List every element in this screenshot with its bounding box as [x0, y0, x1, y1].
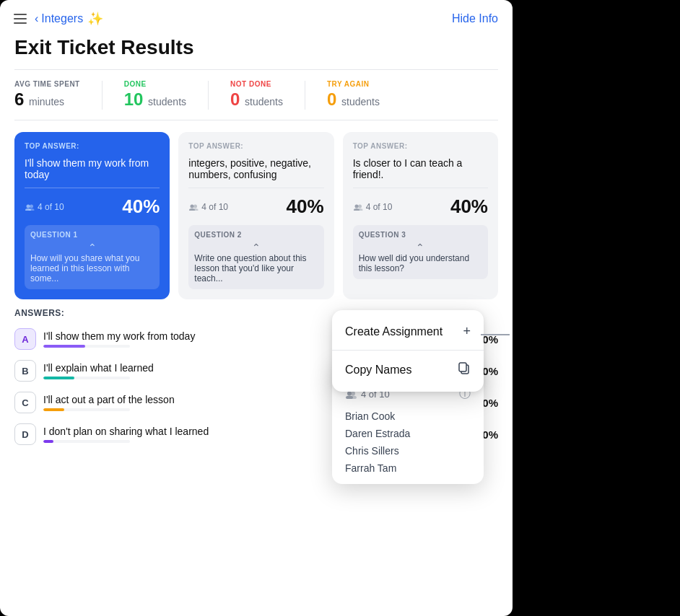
answer-bar-track-a	[43, 345, 130, 348]
question-card-1[interactable]: TOP ANSWER: I'll show them my work from …	[14, 132, 170, 299]
answer-bar-c	[43, 408, 64, 411]
card2-top-label: TOP ANSWER:	[188, 142, 323, 150]
students-icon-2	[188, 203, 199, 211]
try-again-unit: students	[341, 96, 380, 107]
avg-time-value: 6	[14, 89, 24, 109]
back-button[interactable]: ‹ Integers	[35, 12, 83, 25]
students-icon	[25, 203, 35, 211]
cards-row: TOP ANSWER: I'll show them my work from …	[0, 120, 513, 308]
stat-separator-1	[102, 81, 103, 110]
back-label: Integers	[41, 12, 83, 25]
not-done-value: 0	[230, 89, 240, 109]
page-title: Exit Ticket Results	[0, 36, 513, 69]
student-name-3: Chris Sillers	[332, 442, 484, 459]
stat-separator-2	[208, 81, 209, 110]
avg-time-unit: minutes	[29, 96, 64, 107]
answer-letter-a: A	[14, 328, 36, 350]
question-card-2[interactable]: TOP ANSWER: integers, positive, negative…	[178, 132, 334, 299]
dark-panel	[513, 0, 680, 616]
card2-answer-text: integers, positive, negative, numbers, c…	[188, 157, 323, 180]
card3-q-label: QUESTION 3	[359, 231, 482, 239]
svg-point-3	[27, 204, 30, 208]
card2-divider	[188, 188, 323, 188]
card3-footer: 4 of 10 40%	[353, 195, 488, 218]
student-name-1: Brian Cook	[332, 408, 484, 425]
svg-rect-1	[14, 18, 27, 19]
card2-footer: 4 of 10 40%	[188, 195, 323, 218]
card2-students: 4 of 10	[188, 202, 228, 212]
stat-avg-time: AVG TIME SPENT 6 minutes	[14, 80, 80, 110]
answer-bar-track-d	[43, 440, 130, 443]
copy-names-item[interactable]: Copy Names	[332, 352, 484, 387]
answer-bar-d	[43, 440, 53, 443]
done-unit: students	[148, 96, 186, 107]
header: ‹ Integers ✨ Hide Info	[0, 0, 513, 36]
not-done-unit: students	[245, 96, 283, 107]
copy-icon-svg	[458, 361, 471, 374]
card2-chevron-icon: ⌃	[194, 242, 318, 253]
answer-bar-track-b	[43, 377, 130, 379]
svg-point-7	[191, 204, 194, 208]
card1-answer-text: I'll show them my work from today	[25, 157, 160, 180]
stat-done: DONE 10 students	[124, 80, 186, 110]
back-chevron-icon: ‹	[35, 12, 38, 25]
card2-q-label: QUESTION 2	[194, 231, 318, 239]
card3-answer-text: Is closer to I can teach a friend!.	[353, 157, 488, 180]
done-value: 10	[124, 89, 144, 109]
svg-point-12	[358, 204, 362, 208]
card3-divider	[353, 188, 488, 188]
card3-question-section: QUESTION 3 ⌃ How well did you understand…	[353, 225, 488, 279]
card1-pct: 40%	[122, 195, 160, 218]
card2-pct: 40%	[287, 195, 324, 218]
try-again-label: TRY AGAIN	[327, 80, 380, 88]
svg-rect-2	[14, 22, 27, 24]
card1-question-section: QUESTION 1 ⌃ How will you share what you…	[25, 225, 160, 289]
card1-divider	[25, 188, 160, 188]
not-done-label: NOT DONE	[230, 80, 283, 88]
answer-letter-d: D	[14, 423, 36, 445]
avg-time-label: AVG TIME SPENT	[14, 80, 80, 88]
students-icon-3	[353, 203, 363, 211]
svg-point-11	[354, 204, 358, 208]
plus-icon: +	[463, 324, 471, 339]
card1-chevron-icon: ⌃	[30, 242, 154, 253]
card3-students: 4 of 10	[353, 202, 393, 212]
copy-icon	[458, 361, 471, 378]
card3-top-label: TOP ANSWER:	[353, 142, 488, 150]
create-assignment-label: Create Assignment	[345, 325, 443, 338]
create-assignment-item[interactable]: Create Assignment +	[332, 314, 484, 348]
answer-letter-b: B	[14, 360, 36, 382]
hide-info-button[interactable]: Hide Info	[452, 12, 498, 25]
card1-q-label: QUESTION 1	[30, 231, 154, 239]
header-left: ‹ Integers ✨	[10, 9, 103, 29]
card3-chevron-icon: ⌃	[359, 242, 482, 253]
main-panel: ‹ Integers ✨ Hide Info Exit Ticket Resul…	[0, 0, 513, 616]
card1-footer: 4 of 10 40%	[25, 195, 160, 218]
popup-divider	[332, 350, 484, 351]
card2-q-text: Write one question about this lesson tha…	[194, 253, 318, 283]
stat-separator-3	[305, 81, 305, 110]
answer-letter-c: C	[14, 392, 36, 413]
try-again-value: 0	[327, 89, 336, 109]
card1-top-label: TOP ANSWER:	[25, 142, 160, 150]
card2-question-section: QUESTION 2 ⌃ Write one question about th…	[188, 225, 323, 289]
sparkle-icon: ✨	[87, 11, 103, 27]
svg-point-4	[30, 204, 33, 208]
svg-rect-16	[459, 363, 466, 371]
student-name-4: Farrah Tam	[332, 459, 484, 477]
popup-menu: Create Assignment + Copy Names	[332, 310, 484, 392]
card1-q-text: How will you share what you learned in t…	[30, 253, 154, 283]
stat-try-again: TRY AGAIN 0 students	[327, 80, 380, 110]
svg-point-8	[193, 204, 197, 208]
done-label: DONE	[124, 80, 186, 88]
sidebar-toggle-button[interactable]	[10, 9, 30, 29]
answer-bar-a	[43, 345, 85, 348]
answer-bar-track-c	[43, 408, 130, 411]
question-card-3[interactable]: TOP ANSWER: Is closer to I can teach a f…	[343, 132, 498, 299]
answer-bar-b	[43, 377, 74, 379]
stats-row: AVG TIME SPENT 6 minutes DONE 10 student…	[0, 70, 513, 120]
student-name-2: Daren Estrada	[332, 425, 484, 442]
copy-names-label: Copy Names	[345, 364, 411, 377]
card3-q-text: How well did you understand this lesson?	[359, 253, 482, 273]
stat-not-done: NOT DONE 0 students	[230, 80, 283, 110]
